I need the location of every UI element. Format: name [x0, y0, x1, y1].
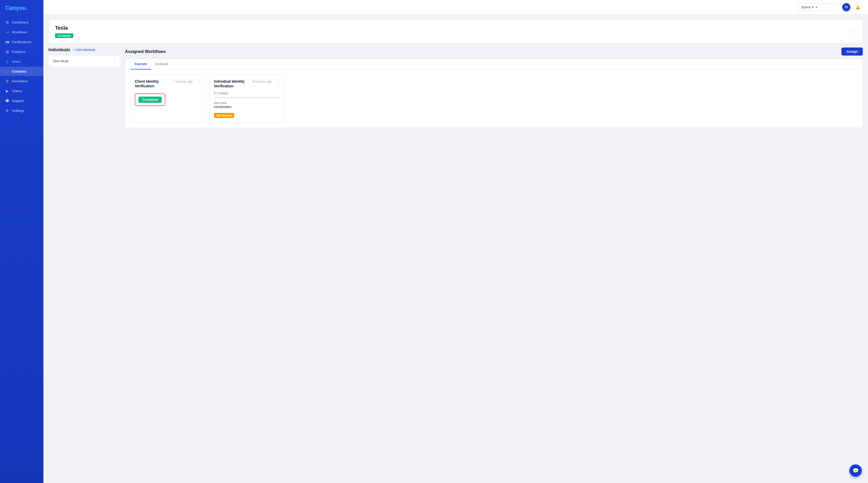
- logo-text: Canyou.: [5, 5, 28, 11]
- workflow-card-header-right: 7 minutes ago ⋮: [173, 79, 201, 84]
- workflow-card-header: Client Identity Verification 7 minutes a…: [135, 79, 201, 88]
- workflow-items: Client Identity Verification 7 minutes a…: [125, 69, 863, 128]
- sidebar-item-contacts[interactable]: 👤 Contacts: [0, 67, 43, 76]
- individuals-panel: Individuals + Add individual Elon Musk ⋮: [49, 47, 121, 67]
- sidebar-label-support: Support: [12, 99, 24, 103]
- sidebar-item-videos[interactable]: ▶ Videos: [0, 86, 43, 96]
- workflow-card-title-group-2: Individual Identity Verification: [214, 79, 252, 88]
- workflow-card-title: Client Identity Verification: [135, 79, 173, 88]
- videos-icon: ▶: [5, 89, 9, 93]
- sidebar-label-certifications: Certifications: [12, 40, 31, 44]
- add-individual-button[interactable]: + Add individual: [73, 48, 95, 52]
- individual-name: Elon Musk: [53, 59, 69, 63]
- more-options-icon[interactable]: ⋮: [851, 28, 857, 35]
- workflow-card-individual-identity[interactable]: Individual Identity Verification 6 minut…: [210, 75, 284, 122]
- next-task-label: Next task: [214, 101, 280, 105]
- sidebar-item-settings[interactable]: ⚙ Settings: [0, 106, 43, 115]
- not-started-badge: Not Started: [214, 113, 234, 118]
- progress-bar: [214, 97, 280, 98]
- sidebar: Canyou. ⊞ Dashboard ⇢ Workflows 🪪 Certif…: [0, 0, 43, 483]
- completed-badge: Completed: [138, 97, 162, 103]
- individuals-header: Individuals + Add individual: [49, 47, 121, 52]
- next-task-value: Introduction: [214, 105, 280, 109]
- chat-button[interactable]: 💬: [849, 464, 862, 477]
- chevron-down-icon: ▾: [816, 5, 817, 9]
- workflow-card-time-2: 6 minutes ago: [252, 80, 272, 84]
- completed-wrapper: Completed: [135, 94, 165, 106]
- entity-header-card: Tesla Customer ⋮: [49, 20, 863, 43]
- users-icon: 👤: [5, 59, 9, 64]
- dashboard-icon: ⊞: [5, 20, 9, 24]
- workflow-card-title-2: Individual Identity Verification: [214, 79, 252, 88]
- workflows-panel: Assigned Workflows Assign Current Archiv…: [125, 47, 863, 128]
- progress-text: 0 / 3 tasks: [214, 91, 280, 95]
- positions-icon: ▤: [5, 50, 9, 54]
- workflow-card-header-right-2: 6 minutes ago ⋮: [252, 79, 280, 84]
- avatar[interactable]: FI: [842, 3, 850, 11]
- sidebar-item-dashboard[interactable]: ⊞ Dashboard: [0, 18, 43, 27]
- support-icon: 💬: [5, 99, 9, 103]
- workspace-selector[interactable]: Space X ▾: [798, 3, 839, 11]
- certifications-icon: 🪪: [5, 40, 9, 44]
- individual-options-icon[interactable]: ⋮: [113, 59, 117, 64]
- sidebar-item-users[interactable]: 👤 Users: [0, 57, 43, 66]
- workflow-card-title-group: Client Identity Verification: [135, 79, 173, 88]
- entity-badge: Customer: [55, 33, 73, 38]
- sidebar-label-users: Users: [12, 60, 21, 64]
- page-content: Tesla Customer ⋮ Individuals + Add indiv…: [43, 14, 868, 483]
- header: Space X ▾ FI 🔔: [43, 0, 868, 14]
- main-section: Individuals + Add individual Elon Musk ⋮…: [49, 47, 863, 128]
- sidebar-label-workflows: Workflows: [12, 30, 27, 34]
- main-content: Space X ▾ FI 🔔 Tesla Customer ⋮ Individu…: [43, 0, 868, 483]
- sidebar-item-workflows[interactable]: ⇢ Workflows: [0, 27, 43, 37]
- individual-item[interactable]: Elon Musk ⋮: [49, 55, 121, 67]
- workflow-card-client-identity[interactable]: Client Identity Verification 7 minutes a…: [130, 75, 206, 122]
- contacts-icon: 👤: [5, 69, 9, 73]
- sidebar-item-reminders[interactable]: 🗓 Reminders: [0, 76, 43, 86]
- sidebar-item-certifications[interactable]: 🪪 Certifications: [0, 37, 43, 46]
- workflows-header: Assigned Workflows Assign: [125, 47, 863, 56]
- sidebar-label-videos: Videos: [12, 89, 22, 93]
- avatar-label: FI: [845, 5, 848, 9]
- assign-button[interactable]: Assign: [841, 47, 863, 56]
- workflow-card-dots-icon[interactable]: ⋮: [197, 79, 201, 84]
- workflows-card: Current Archived Client Identity Verific…: [125, 59, 863, 128]
- sidebar-label-settings: Settings: [12, 109, 24, 112]
- workflow-card-dots-icon-2[interactable]: ⋮: [276, 79, 280, 84]
- sidebar-label-positions: Positions: [12, 50, 26, 54]
- workflows-title: Assigned Workflows: [125, 49, 165, 54]
- settings-icon: ⚙: [5, 108, 9, 112]
- sidebar-nav: ⊞ Dashboard ⇢ Workflows 🪪 Certifications…: [0, 18, 43, 115]
- workflow-card-header-2: Individual Identity Verification 6 minut…: [214, 79, 280, 88]
- reminders-icon: 🗓: [5, 79, 9, 83]
- sidebar-label-contacts: Contacts: [12, 69, 26, 73]
- sidebar-item-positions[interactable]: ▤ Positions: [0, 47, 43, 56]
- workflows-icon: ⇢: [5, 30, 9, 34]
- tab-current[interactable]: Current: [130, 59, 151, 69]
- sidebar-label-dashboard: Dashboard: [12, 21, 28, 24]
- notification-bell-icon[interactable]: 🔔: [854, 3, 862, 11]
- workspace-name: Space X: [801, 5, 814, 9]
- individuals-title: Individuals: [49, 47, 70, 52]
- tabs: Current Archived: [125, 59, 863, 69]
- entity-info: Tesla Customer: [55, 25, 73, 38]
- workflow-card-time: 7 minutes ago: [173, 80, 193, 84]
- entity-title: Tesla: [55, 25, 73, 31]
- sidebar-label-reminders: Reminders: [12, 79, 28, 83]
- app-logo: Canyou.: [0, 0, 43, 18]
- tab-archived[interactable]: Archived: [151, 59, 172, 69]
- sidebar-item-support[interactable]: 💬 Support: [0, 96, 43, 105]
